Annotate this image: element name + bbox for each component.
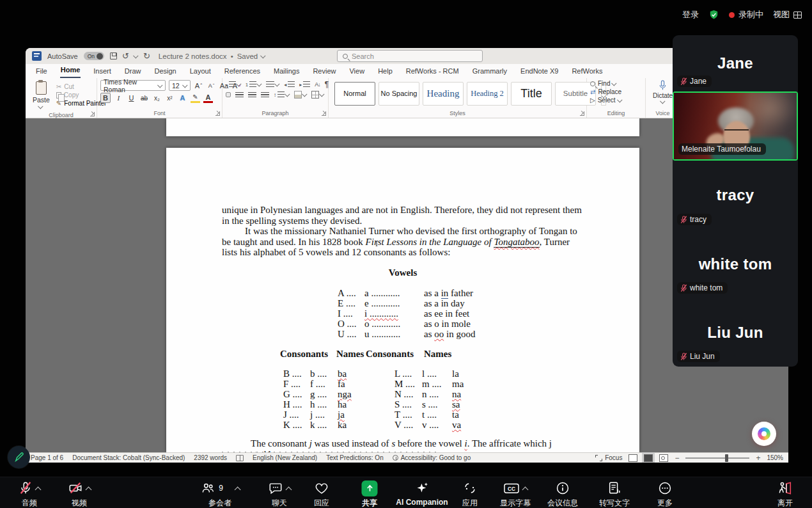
text-predictions-status[interactable]: Text Predictions: On — [326, 454, 383, 461]
save-icon[interactable] — [110, 52, 117, 60]
captions-options-chevron[interactable] — [522, 486, 529, 493]
subscript-button[interactable] — [152, 93, 162, 103]
participant-tile-tracy[interactable]: tracy tracy — [673, 161, 798, 230]
increase-indent-button[interactable]: ▸ — [299, 81, 310, 88]
ribbon-tab[interactable]: EndNote X9 — [520, 65, 559, 78]
bold-button[interactable] — [100, 93, 111, 103]
paragraph-dialog-launcher[interactable] — [322, 111, 326, 116]
font-dialog-launcher[interactable] — [215, 111, 220, 116]
grow-font-button[interactable] — [194, 81, 203, 91]
select-button[interactable]: ▷Select — [590, 97, 622, 104]
search-input[interactable] — [352, 52, 477, 60]
redo-button[interactable]: ↻ — [143, 51, 150, 61]
underline-button[interactable] — [127, 93, 136, 103]
font-name-combo[interactable]: Times New Roman — [100, 80, 166, 91]
ribbon-tab[interactable]: File — [35, 65, 48, 78]
strikethrough-button[interactable] — [139, 93, 149, 103]
document-title[interactable]: Lecture 2 notes.docx • Saved — [159, 52, 265, 60]
video-button[interactable]: 视频 — [68, 480, 91, 508]
zoom-slider[interactable] — [685, 457, 749, 459]
autosave-toggle[interactable]: On — [84, 52, 104, 60]
chat-button[interactable]: 聊天 — [268, 480, 291, 508]
captions-button[interactable]: CC 显示字幕 — [500, 480, 531, 508]
align-left-button[interactable] — [226, 92, 231, 97]
font-size-combo[interactable]: 12 — [169, 80, 191, 91]
document-page-2[interactable]: unique in Polynesian languages and are n… — [166, 148, 639, 452]
ribbon-tab[interactable]: Draw — [124, 65, 142, 78]
focus-button[interactable]: Focus — [595, 454, 622, 461]
shrink-font-button[interactable] — [207, 81, 216, 91]
align-right-button[interactable] — [248, 92, 256, 98]
styles-dialog-launcher[interactable] — [580, 111, 584, 116]
zoom-slider-knob[interactable] — [725, 454, 728, 462]
zoom-level[interactable]: 150% — [767, 454, 783, 461]
borders-button[interactable] — [311, 91, 324, 99]
style-option[interactable]: Heading — [423, 82, 464, 106]
decrease-indent-button[interactable]: ◂ — [284, 81, 295, 88]
align-center-button[interactable] — [235, 92, 244, 98]
style-option[interactable]: Normal — [334, 82, 375, 106]
copilot-button[interactable] — [752, 422, 776, 446]
video-options-chevron[interactable] — [86, 486, 92, 493]
style-option[interactable]: No Spacing — [379, 82, 419, 106]
numbering-button[interactable]: 1 — [246, 81, 262, 88]
ribbon-tab[interactable]: Help — [377, 65, 393, 78]
read-mode-button[interactable] — [629, 454, 637, 462]
ribbon-tab[interactable]: View — [348, 65, 365, 78]
justify-button[interactable] — [261, 92, 269, 98]
audio-button[interactable]: 音频 — [19, 480, 40, 508]
participants-button[interactable]: 9 参会者 — [200, 480, 240, 508]
accessibility-status[interactable]: Accessibility: Good to go — [393, 454, 471, 461]
paste-button[interactable]: Paste — [29, 80, 54, 110]
ribbon-tab[interactable]: RefWorks - RCM — [405, 65, 460, 78]
leave-button[interactable]: 离开 — [777, 480, 793, 508]
multilevel-list-button[interactable] — [266, 81, 279, 88]
meeting-info-button[interactable]: 会议信息 — [547, 480, 578, 508]
ribbon-tab[interactable]: Grammarly — [472, 65, 508, 78]
participants-options-chevron[interactable] — [234, 486, 240, 493]
ribbon-tab[interactable]: Home — [60, 64, 81, 78]
login-button[interactable]: 登录 — [682, 9, 699, 20]
find-button[interactable]: Find — [590, 80, 616, 87]
security-shield-icon[interactable] — [708, 9, 719, 20]
clipboard-dialog-launcher[interactable] — [90, 112, 95, 116]
apps-button[interactable]: 应用 — [462, 480, 478, 508]
text-effects-button[interactable] — [178, 93, 187, 103]
search-box[interactable] — [337, 50, 483, 62]
zoom-out-button[interactable]: − — [675, 454, 679, 463]
ribbon-tab[interactable]: RefWorks — [571, 65, 603, 78]
page-indicator[interactable]: Page 1 of 6 — [31, 454, 63, 461]
replace-button[interactable]: ⇄Replace — [590, 88, 621, 95]
word-count[interactable]: 2392 words — [194, 454, 227, 461]
web-layout-button[interactable] — [659, 454, 668, 462]
recording-indicator[interactable]: 录制中 — [729, 9, 763, 20]
chat-options-chevron[interactable] — [286, 486, 292, 493]
bullets-button[interactable]: • — [226, 81, 241, 88]
reactions-button[interactable]: 回应 — [314, 480, 329, 508]
document-stack-status[interactable]: Document Stack: Cobalt (Sync-Backed) — [72, 454, 185, 461]
ribbon-tab[interactable]: Design — [153, 65, 176, 78]
participant-tile-jane[interactable]: Jane Jane — [673, 35, 798, 91]
sort-button[interactable] — [315, 81, 320, 88]
ribbon-tab[interactable]: Review — [312, 65, 336, 78]
highlight-button[interactable] — [191, 93, 200, 103]
more-button[interactable]: 更多 — [657, 480, 673, 508]
italic-button[interactable] — [114, 93, 123, 103]
share-button[interactable]: 共享 — [362, 480, 378, 508]
language-status[interactable]: English (New Zealand) — [253, 454, 317, 461]
audio-options-chevron[interactable] — [35, 486, 42, 493]
annotate-button[interactable] — [8, 446, 30, 468]
zoom-in-button[interactable]: + — [756, 454, 760, 463]
shading-button[interactable] — [294, 91, 307, 99]
line-spacing-button[interactable]: ↕ — [274, 91, 290, 98]
ai-companion-button[interactable]: AI Companion — [396, 480, 448, 507]
view-button[interactable]: 视图 — [773, 9, 802, 20]
undo-button[interactable]: ↺ — [122, 51, 129, 61]
participant-tile-liu-jun[interactable]: Liu Jun Liu Jun — [673, 298, 798, 367]
font-color-button[interactable] — [203, 93, 213, 103]
ribbon-tab[interactable]: Mailings — [273, 65, 300, 78]
participant-tile-melenaite-video[interactable]: Melenaite Taumoefolau — [673, 91, 798, 161]
superscript-button[interactable] — [165, 93, 175, 103]
style-option[interactable]: Title — [511, 82, 552, 106]
style-option[interactable]: Heading 2 — [467, 82, 508, 106]
